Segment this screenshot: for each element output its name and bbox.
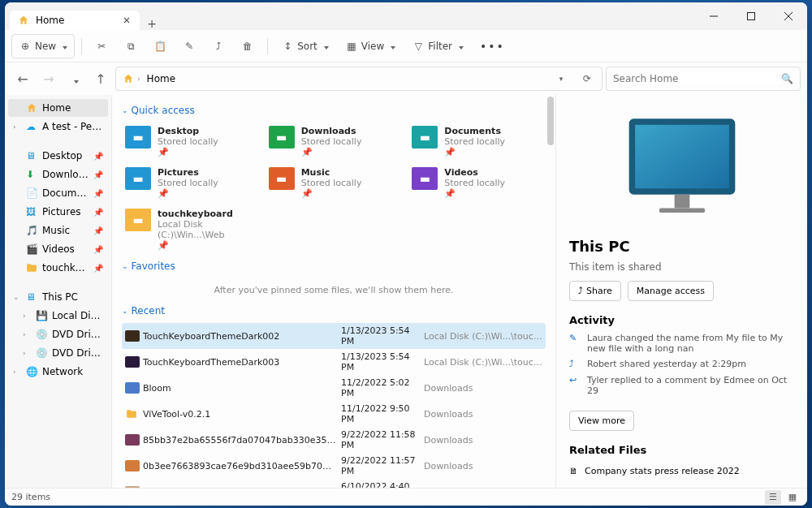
details-pane: This PC This item is shared ⤴Share Manag… (555, 95, 807, 488)
sidebar-item-music[interactable]: 🎵Music📌 (8, 222, 108, 239)
view-icon: ▦ (345, 40, 358, 53)
folder-icon: ▬ (125, 126, 151, 149)
address-bar[interactable]: › Home ▾ ⟳ (115, 67, 603, 91)
share-button[interactable]: ⤴Share (569, 281, 621, 301)
breadcrumb-root[interactable]: › (119, 73, 144, 84)
file-thumb (125, 434, 138, 446)
forward-button[interactable]: → (37, 67, 60, 90)
recent-item[interactable]: TouchKeyboardThemeLight003 6/10/2022 4:4… (122, 479, 546, 488)
section-favorites[interactable]: ⌄Favorites (122, 260, 546, 272)
delete-button[interactable]: 🗑 (235, 34, 261, 58)
favorites-empty: After you've pinned some files, we'll sh… (122, 278, 546, 302)
rename-icon: ✎ (183, 40, 196, 53)
statusbar: 29 items ☰ ▦ (5, 488, 807, 506)
rename-button[interactable]: ✎ (176, 34, 202, 58)
pin-icon: 📌 (93, 245, 103, 254)
pin-icon: 📌 (301, 147, 362, 157)
close-button[interactable] (770, 2, 807, 30)
view-button[interactable]: ▦View (339, 34, 402, 58)
breadcrumb-home[interactable]: Home (144, 73, 179, 84)
monitor-icon (621, 111, 743, 225)
sidebar-item-documents[interactable]: 📄Documents📌 (8, 184, 108, 202)
pin-icon: 📌 (158, 240, 256, 251)
chevron-down-icon (71, 71, 79, 87)
quickaccess-item[interactable]: ▬ Downloads Stored locally 📌 (266, 123, 403, 161)
section-recent[interactable]: ⌄Recent (122, 305, 546, 316)
sidebar-item-network[interactable]: ›🌐Network (8, 363, 108, 381)
activity-item: ✎Laura changed the name from My file to … (569, 333, 794, 354)
sidebar-item-atest[interactable]: ›☁A test - Personal (8, 118, 108, 136)
recent-item[interactable]: 0b3ee7663893cae76e9bd310aee59b70d76cc476… (122, 453, 546, 479)
sidebar-item-thispc[interactable]: ⌄🖥This PC (8, 288, 108, 306)
search-bar[interactable]: 🔍 (606, 67, 801, 91)
quickaccess-item[interactable]: ▬ Videos Stored locally 📌 (408, 164, 546, 202)
sidebar-item-home[interactable]: Home (8, 99, 108, 117)
related-file-item[interactable]: 🗎 Company stats press release 2022 (569, 463, 794, 480)
recent-item[interactable]: 85bb37e2ba65556f7da07047bab330e3534c80a2… (122, 427, 546, 453)
activity-item: ↩Tyler replied to a comment by Edmee on … (569, 375, 794, 396)
folder-icon: ▬ (412, 167, 438, 190)
details-view-toggle[interactable]: ☰ (765, 490, 781, 505)
pin-icon: 📌 (444, 188, 505, 199)
pin-icon: 📌 (93, 152, 103, 161)
icons-view-toggle[interactable]: ▦ (784, 490, 801, 505)
cut-button[interactable]: ✂ (89, 34, 114, 58)
close-icon[interactable] (122, 15, 132, 25)
sidebar-item-pictures[interactable]: 🖼Pictures📌 (8, 203, 108, 221)
chevron-down-icon: ⌄ (122, 262, 128, 270)
quickaccess-item[interactable]: ▬ Documents Stored locally 📌 (408, 123, 546, 161)
back-button[interactable]: ← (11, 67, 34, 90)
sidebar-item-dvd2[interactable]: ›💿DVD Drive (D:) CCC (8, 344, 108, 362)
disk-icon: 💾 (36, 310, 47, 321)
minimize-button[interactable] (695, 2, 732, 30)
up-button[interactable]: ↑ (89, 67, 112, 90)
view-more-button[interactable]: View more (569, 411, 634, 431)
quickaccess-item[interactable]: ▬ Pictures Stored locally 📌 (122, 164, 259, 202)
svg-rect-3 (674, 195, 689, 209)
recent-item[interactable]: TouchKeyboardThemeDark003 1/13/2023 5:54… (122, 349, 546, 375)
home-icon (18, 15, 29, 26)
add-tab-button[interactable]: + (140, 17, 164, 30)
details-title: This PC (569, 238, 794, 255)
share-icon: ⤴ (578, 286, 583, 296)
up-button[interactable] (63, 67, 86, 90)
sort-icon: ↕ (281, 40, 294, 53)
sidebar-item-videos[interactable]: 🎬Videos📌 (8, 240, 108, 258)
search-input[interactable] (613, 73, 781, 84)
share-button[interactable]: ⤴ (205, 34, 231, 58)
rename-icon: ✎ (569, 333, 581, 344)
sidebar-item-desktop[interactable]: 🖥Desktop📌 (8, 147, 108, 165)
recent-item[interactable]: ViVeTool-v0.2.1 11/1/2022 9:50 PM Downlo… (122, 401, 546, 427)
chevron-down-icon (321, 41, 329, 52)
new-label: New (35, 41, 56, 52)
reply-icon: ↩ (569, 375, 581, 386)
quickaccess-item[interactable]: ▬ Desktop Stored locally 📌 (122, 123, 259, 161)
maximize-button[interactable] (732, 2, 770, 30)
paste-button[interactable]: 📋 (147, 34, 173, 58)
documents-icon: 📄 (26, 187, 37, 199)
chevron-down-icon (456, 41, 464, 52)
more-button[interactable]: ••• (473, 34, 512, 58)
sidebar-item-dvd1[interactable]: ›💿DVD Drive (D:) CC (8, 325, 108, 343)
tab-home[interactable]: Home (10, 11, 140, 30)
cloud-icon: ☁ (26, 121, 37, 132)
scrollbar[interactable] (547, 97, 554, 145)
quickaccess-item[interactable]: ▬ Music Stored locally 📌 (266, 164, 403, 202)
downloads-icon: ⬇ (26, 169, 37, 180)
sort-button[interactable]: ↕Sort (274, 34, 335, 58)
sidebar-item-localdisk[interactable]: ›💾Local Disk (C:) (8, 307, 108, 325)
new-button[interactable]: ⊕ New (11, 34, 75, 58)
recent-item[interactable]: Bloom 11/2/2022 5:02 PM Downloads (122, 375, 546, 401)
manage-access-button[interactable]: Manage access (628, 281, 714, 301)
filter-button[interactable]: ▽Filter (405, 34, 470, 58)
activity-title: Activity (569, 314, 794, 326)
quickaccess-item[interactable]: ▬ touchkeyboard Local Disk (C:)\Win...\W… (122, 205, 259, 254)
dropdown-button[interactable]: ▾ (550, 67, 572, 90)
sidebar-item-downloads[interactable]: ⬇Downloads📌 (8, 166, 108, 183)
section-quickaccess[interactable]: ⌄Quick access (122, 105, 546, 116)
refresh-button[interactable]: ⟳ (576, 67, 598, 90)
search-icon: 🔍 (781, 73, 793, 84)
copy-button[interactable]: ⧉ (118, 34, 144, 58)
recent-item[interactable]: TouchKeyboardThemeDark002 1/13/2023 5:54… (122, 323, 546, 349)
sidebar-item-touchkeyboard[interactable]: touchkeyboard📌 (8, 259, 108, 277)
